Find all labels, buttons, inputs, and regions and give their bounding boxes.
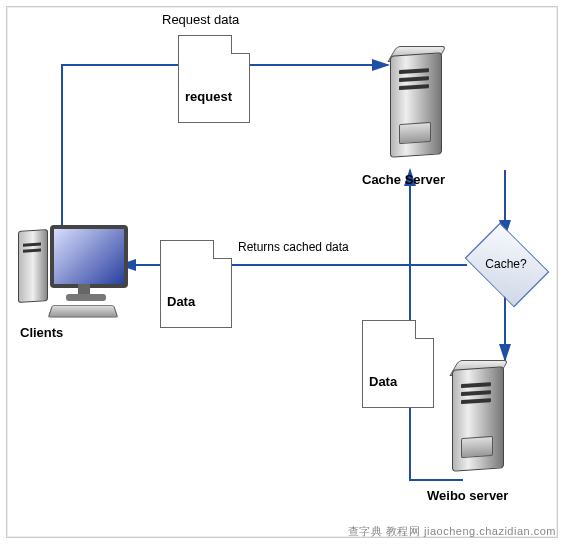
decision-label: Cache? xyxy=(466,236,546,292)
label-weibo-server: Weibo server xyxy=(427,488,508,503)
doc-data-cached: Data xyxy=(160,240,232,328)
watermark-text: 查字典 教程网 jiaocheng.chazidian.com xyxy=(348,524,556,539)
label-cache-server: Cache Server xyxy=(362,172,445,187)
doc-data-cached-text: Data xyxy=(167,294,195,309)
label-returns-cached: Returns cached data xyxy=(238,240,349,254)
clients-icon xyxy=(18,225,128,320)
doc-request: request xyxy=(178,35,250,123)
label-request-data: Request data xyxy=(162,12,239,27)
diagram-canvas: Request data request Cache Server Cache?… xyxy=(0,0,564,545)
doc-data-weibo: Data xyxy=(362,320,434,408)
doc-request-text: request xyxy=(185,89,232,104)
cache-server-icon xyxy=(390,46,445,161)
decision-cache: Cache? xyxy=(466,236,546,292)
label-clients: Clients xyxy=(20,325,63,340)
weibo-server-icon xyxy=(452,360,507,475)
doc-data-weibo-text: Data xyxy=(369,374,397,389)
